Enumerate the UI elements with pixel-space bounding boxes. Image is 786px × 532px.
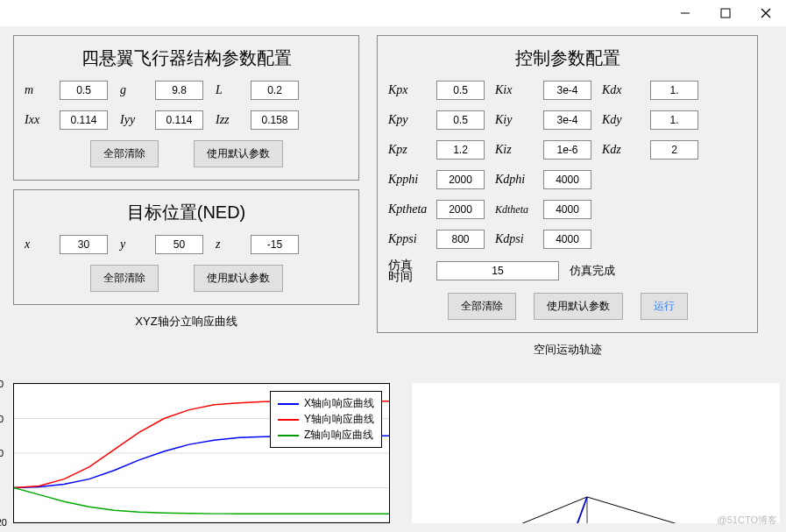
Kdy-label: Kdy [602, 113, 650, 127]
chart-right-title: 空间运动轨迹 [377, 342, 758, 358]
Kdpsi-label: Kdpsi [495, 232, 543, 246]
chart-left-title: XYZ轴分立响应曲线 [13, 314, 359, 330]
Kiy-label: Kiy [495, 113, 543, 127]
struct-clear-button[interactable]: 全部清除 [90, 140, 159, 167]
Ixx-label: Ixx [25, 113, 60, 127]
Kdpsi-field[interactable] [543, 230, 591, 249]
ctrl-clear-button[interactable]: 全部清除 [448, 293, 516, 320]
struct-title: 四悬翼飞行器结构参数配置 [25, 46, 348, 70]
window-titlebar [0, 0, 786, 26]
Kdx-field[interactable] [650, 81, 698, 100]
Kpphi-field[interactable] [436, 170, 485, 189]
watermark: @51CTO博客 [718, 514, 777, 527]
ctrl-panel: 控制参数配置 Kpx Kix Kdx Kpy Kiy Kdy Kpz Ki [377, 35, 758, 333]
Kppsi-label: Kppsi [388, 232, 436, 246]
z-label: z [216, 238, 251, 252]
Kix-label: Kix [495, 83, 543, 97]
ctrl-defaults-button[interactable]: 使用默认参数 [534, 293, 623, 320]
g-field[interactable] [155, 81, 203, 100]
Iyy-label: Iyy [120, 113, 155, 127]
Kppsi-field[interactable] [436, 230, 485, 249]
sim-status: 仿真完成 [570, 263, 615, 279]
Kdz-field[interactable] [650, 140, 698, 160]
legend-z: Z轴向响应曲线 [304, 428, 373, 443]
svg-rect-1 [721, 9, 730, 18]
target-clear-button[interactable]: 全部清除 [90, 265, 159, 292]
Kpy-label: Kpy [388, 113, 436, 127]
Kptheta-field[interactable] [436, 200, 485, 219]
struct-defaults-button[interactable]: 使用默认参数 [194, 140, 283, 167]
Kdx-label: Kdx [602, 83, 650, 97]
ctrl-title: 控制参数配置 [388, 46, 747, 70]
Ixx-field[interactable] [60, 110, 108, 130]
Kpz-field[interactable] [436, 140, 485, 160]
Kpx-label: Kpx [388, 83, 436, 97]
z-field[interactable] [251, 235, 299, 254]
Kptheta-label: Kptheta [388, 202, 436, 216]
Izz-label: Izz [216, 113, 251, 127]
L-label: L [216, 83, 251, 97]
target-title: 目标位置(NED) [25, 201, 348, 224]
Kdtheta-label: Kdtheta [495, 205, 543, 215]
Iyy-field[interactable] [155, 110, 203, 130]
legend-y: Y轴向响应曲线 [304, 412, 374, 427]
Izz-field[interactable] [251, 110, 299, 130]
trajectory-chart-svg: 0-2020404060 [412, 383, 780, 523]
Kiz-label: Kiz [495, 143, 543, 157]
simtime-field[interactable] [436, 261, 559, 280]
minimize-button[interactable] [665, 0, 705, 26]
maximize-button[interactable] [705, 0, 746, 26]
y-label: y [120, 238, 155, 252]
Kix-field[interactable] [543, 81, 591, 100]
L-field[interactable] [251, 81, 299, 100]
Kpz-label: Kpz [388, 143, 436, 157]
Kpx-field[interactable] [436, 81, 485, 100]
response-chart: X轴向响应曲线 Y轴向响应曲线 Z轴向响应曲线 -200204060 [13, 383, 390, 523]
x-label: x [25, 238, 60, 252]
y-field[interactable] [155, 235, 203, 254]
chart-legend: X轴向响应曲线 Y轴向响应曲线 Z轴向响应曲线 [270, 391, 382, 448]
x-field[interactable] [60, 235, 108, 254]
Kdphi-label: Kdphi [495, 173, 543, 187]
struct-panel: 四悬翼飞行器结构参数配置 m g L Ixx Iyy Izz 全部清除 使用默认… [13, 35, 359, 181]
simtime-label: 仿真 时间 [388, 259, 436, 282]
Kiy-field[interactable] [543, 110, 591, 130]
legend-x: X轴向响应曲线 [304, 396, 374, 411]
charts-area: X轴向响应曲线 Y轴向响应曲线 Z轴向响应曲线 -200204060 0-202… [0, 383, 786, 532]
run-button[interactable]: 运行 [641, 293, 688, 320]
Kdtheta-field[interactable] [543, 200, 591, 219]
g-label: g [120, 83, 155, 97]
Kiz-field[interactable] [543, 140, 591, 160]
Kdz-label: Kdz [602, 143, 650, 157]
m-label: m [25, 83, 60, 97]
close-button[interactable] [746, 0, 786, 26]
Kdy-field[interactable] [650, 110, 698, 130]
trajectory-chart: 0-2020404060 [412, 383, 780, 523]
target-panel: 目标位置(NED) x y z 全部清除 使用默认参数 [13, 189, 359, 305]
Kdphi-field[interactable] [543, 170, 591, 189]
m-field[interactable] [60, 81, 108, 100]
Kpphi-label: Kpphi [388, 173, 436, 187]
Kpy-field[interactable] [436, 110, 485, 130]
target-defaults-button[interactable]: 使用默认参数 [194, 265, 283, 292]
